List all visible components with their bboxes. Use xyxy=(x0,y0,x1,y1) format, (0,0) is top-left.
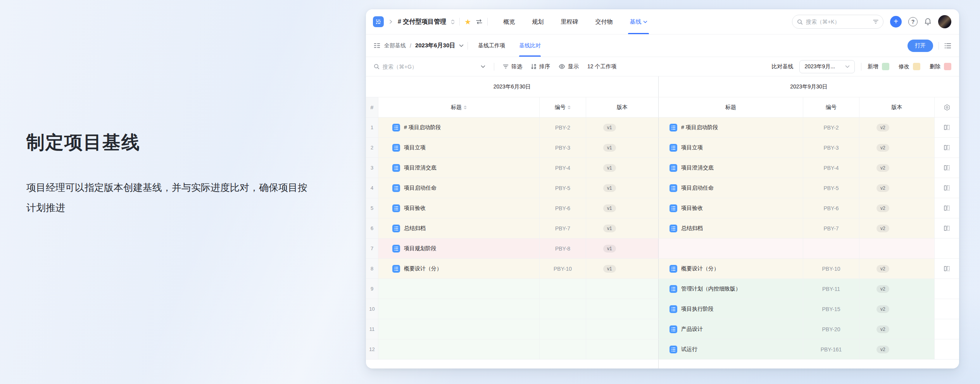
left-title-cell[interactable]: 项目规划阶段 xyxy=(378,239,540,258)
help-icon[interactable]: ? xyxy=(908,17,918,26)
table-row[interactable]: 7项目规划阶段PBY-8v1 xyxy=(366,239,959,259)
right-title-cell[interactable]: 产品设计 xyxy=(658,319,803,339)
compare-cell[interactable] xyxy=(935,118,959,137)
project-title[interactable]: # 交付型项目管理 xyxy=(398,18,446,26)
breadcrumb-root[interactable]: 全部基线 xyxy=(384,42,406,49)
compare-icon[interactable] xyxy=(944,265,950,272)
table-toolbar: 筛选 排序 显示 12 个工作项 比对基线 2023年9月... 新增 修改 删… xyxy=(366,57,959,76)
avatar[interactable] xyxy=(938,15,951,28)
left-title-cell[interactable]: 概要设计（分） xyxy=(378,259,540,278)
right-title-cell[interactable]: 总结归档 xyxy=(658,218,803,238)
search-expand-chevron-icon xyxy=(481,65,485,68)
compare-icon[interactable] xyxy=(944,225,950,232)
tab-overview[interactable]: 概览 xyxy=(503,9,515,34)
version-badge: v2 xyxy=(876,325,889,333)
table-row[interactable]: 2项目立项PBY-3v1项目立项PBY-3v2 xyxy=(366,138,959,158)
left-title-cell[interactable]: 项目启动任命 xyxy=(378,178,540,198)
tab-baseline[interactable]: 基线 xyxy=(630,9,647,34)
left-title-cell[interactable]: 项目澄清交底 xyxy=(378,158,540,178)
compare-icon[interactable] xyxy=(944,205,950,211)
right-title-cell[interactable]: 概要设计（分） xyxy=(658,259,803,278)
table-row[interactable]: 10项目执行阶段PBY-15v2 xyxy=(366,299,959,319)
compare-baseline-select[interactable]: 2023年9月... xyxy=(799,60,855,73)
right-title-cell xyxy=(658,239,803,258)
compare-cell[interactable] xyxy=(935,158,959,178)
table-row[interactable]: 3项目澄清交底PBY-4v1项目澄清交底PBY-4v2 xyxy=(366,158,959,178)
left-version-cell xyxy=(586,279,658,299)
right-title-cell[interactable]: 管理计划（内控细致版） xyxy=(658,279,803,299)
compare-cell[interactable] xyxy=(935,218,959,238)
compare-cell[interactable] xyxy=(935,178,959,198)
right-title-cell[interactable]: 项目执行阶段 xyxy=(658,299,803,319)
tab-baseline-compare[interactable]: 基线比对 xyxy=(519,35,541,57)
favorite-star-icon[interactable]: ★ xyxy=(464,18,471,26)
tab-milestones[interactable]: 里程碑 xyxy=(561,9,578,34)
version-badge: v2 xyxy=(876,204,889,212)
baseline-chevron-down-icon[interactable] xyxy=(459,44,464,47)
col-header-title-left[interactable]: 标题 xyxy=(378,97,540,117)
table-search[interactable] xyxy=(374,64,485,70)
work-item-icon xyxy=(392,265,400,273)
compare-cell[interactable] xyxy=(935,259,959,278)
project-switch-icon[interactable] xyxy=(451,19,455,24)
sort-arrows-icon xyxy=(568,106,571,109)
table-row[interactable]: 5项目验收PBY-6v1项目验收PBY-6v2 xyxy=(366,198,959,218)
col-header-num: # xyxy=(366,97,378,117)
global-search[interactable] xyxy=(792,15,883,29)
baseline-name[interactable]: 2023年6月30日 xyxy=(415,42,455,49)
tab-planning[interactable]: 规划 xyxy=(532,9,543,34)
col-header-id-right[interactable]: 编号 xyxy=(803,97,859,117)
right-title-cell[interactable]: 项目验收 xyxy=(658,198,803,218)
left-title-text: 概要设计（分） xyxy=(404,265,442,272)
work-item-icon xyxy=(669,124,677,131)
right-title-cell[interactable]: 项目澄清交底 xyxy=(658,158,803,178)
compare-icon[interactable] xyxy=(944,185,950,191)
sort-button[interactable]: 排序 xyxy=(531,63,550,70)
table-row[interactable]: 1# 项目启动阶段PBY-2v1# 项目启动阶段PBY-2v2 xyxy=(366,118,959,138)
compare-icon[interactable] xyxy=(944,144,950,151)
left-id-cell xyxy=(540,279,586,299)
table-search-input[interactable] xyxy=(383,64,478,70)
create-button[interactable]: + xyxy=(890,16,902,28)
right-title-cell[interactable]: 试运行 xyxy=(658,339,803,359)
row-number-cell: 10 xyxy=(366,299,378,319)
baseline-list-icon[interactable] xyxy=(374,43,380,48)
compare-cell[interactable] xyxy=(935,138,959,157)
project-app-icon[interactable] xyxy=(373,16,384,27)
left-title-cell[interactable]: 项目验收 xyxy=(378,198,540,218)
divider xyxy=(459,18,460,26)
table-row[interactable]: 9管理计划（内控细致版）PBY-11v2 xyxy=(366,279,959,299)
filter-button[interactable]: 筛选 xyxy=(503,63,522,70)
table-row[interactable]: 4项目启动任命PBY-5v1项目启动任命PBY-5v2 xyxy=(366,178,959,198)
left-title-cell[interactable]: 项目立项 xyxy=(378,138,540,157)
table-row[interactable]: 11产品设计PBY-20v2 xyxy=(366,319,959,339)
table-row[interactable]: 6总结归档PBY-7v1总结归档PBY-7v2 xyxy=(366,218,959,239)
left-title-cell[interactable]: # 项目启动阶段 xyxy=(378,118,540,137)
compare-controls: 比对基线 2023年9月... 新增 修改 删除 xyxy=(771,60,951,73)
table-row[interactable]: 12试运行PBY-161v2 xyxy=(366,339,959,360)
right-title-cell[interactable]: 项目立项 xyxy=(658,138,803,157)
compare-icon[interactable] xyxy=(944,164,950,171)
compare-cell[interactable] xyxy=(935,198,959,218)
tab-baseline-items[interactable]: 基线工作项 xyxy=(478,35,505,57)
divider xyxy=(487,18,488,26)
global-search-input[interactable] xyxy=(806,19,870,25)
transfer-icon[interactable] xyxy=(476,19,483,24)
right-id-cell: PBY-4 xyxy=(803,158,859,178)
col-header-id-left[interactable]: 编号 xyxy=(540,97,586,117)
col-header-title-right[interactable]: 标题 xyxy=(658,97,803,117)
table-row[interactable]: 8概要设计（分）PBY-10v1概要设计（分）PBY-10v2 xyxy=(366,259,959,279)
tab-deliverables[interactable]: 交付物 xyxy=(595,9,612,34)
notification-bell-icon[interactable] xyxy=(924,18,932,26)
work-item-icon xyxy=(392,204,400,212)
left-title-cell[interactable]: 总结归档 xyxy=(378,218,540,238)
right-title-cell[interactable]: # 项目启动阶段 xyxy=(658,118,803,137)
column-settings-icon[interactable] xyxy=(935,97,959,117)
right-version-cell: v2 xyxy=(859,319,935,339)
open-button[interactable]: 打开 xyxy=(908,40,933,52)
right-title-cell[interactable]: 项目启动任命 xyxy=(658,178,803,198)
compare-icon[interactable] xyxy=(944,124,950,131)
work-item-icon xyxy=(669,164,677,172)
view-list-icon[interactable] xyxy=(944,43,951,48)
display-button[interactable]: 显示 xyxy=(559,63,579,70)
